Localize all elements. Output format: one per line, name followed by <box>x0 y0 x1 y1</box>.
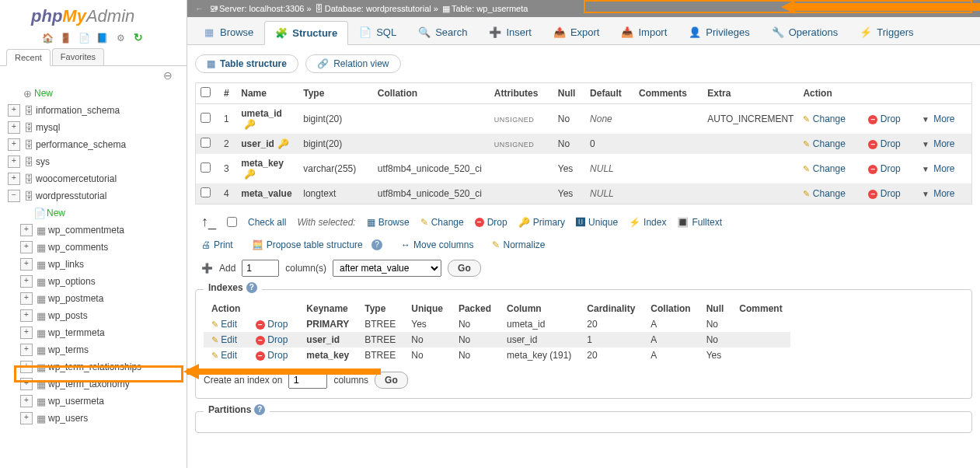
primary-selected[interactable]: 🔑Primary <box>518 217 565 228</box>
tree-new-table[interactable]: 📄 New <box>8 204 187 222</box>
drop-link[interactable]: − Drop <box>868 163 900 174</box>
tab-sql[interactable]: 📄SQL <box>348 20 407 44</box>
table-link[interactable]: wp_usermeta <box>476 4 528 13</box>
settings-icon[interactable] <box>114 33 127 45</box>
tab-insert[interactable]: ➕Insert <box>478 20 542 44</box>
print-link[interactable]: 🖨Print <box>201 239 233 250</box>
expand-icon[interactable]: + <box>8 121 20 134</box>
expand-icon[interactable]: + <box>8 173 20 185</box>
expand-icon[interactable]: + <box>8 104 20 117</box>
drop-index-link[interactable]: − Drop <box>256 350 288 361</box>
tree-table[interactable]: +▦wp_posts <box>8 307 187 324</box>
home-icon[interactable] <box>42 33 54 45</box>
more-link[interactable]: ▼ More <box>922 114 955 124</box>
checkall-checkbox[interactable] <box>227 217 237 227</box>
tree-table[interactable]: +▦wp_terms <box>8 341 187 358</box>
tree-table[interactable]: +▦wp_commentmeta <box>8 222 187 239</box>
tree-db-expanded[interactable]: −🗄wordpresstutorial <box>8 187 187 204</box>
drop-index-link[interactable]: − Drop <box>256 334 288 345</box>
row-checkbox[interactable] <box>201 113 211 123</box>
tree-table[interactable]: +▦wp_termmeta <box>8 324 187 341</box>
drop-link[interactable]: − Drop <box>868 114 900 124</box>
tab-operations[interactable]: 🔧Operations <box>761 20 849 44</box>
collapse-panel-icon[interactable]: ⊖ <box>0 66 187 82</box>
edit-index-link[interactable]: ✎ Edit <box>211 319 237 330</box>
tab-structure[interactable]: 🧩Structure <box>264 21 348 45</box>
drop-link[interactable]: − Drop <box>868 138 900 149</box>
move-columns-link[interactable]: ↔Move columns <box>401 239 473 250</box>
unique-selected[interactable]: 🆄Unique <box>576 217 618 228</box>
db-link[interactable]: wordpresstutorial <box>366 4 431 13</box>
normalize-link[interactable]: ✎Normalize <box>492 239 545 250</box>
add-count-input[interactable] <box>242 260 279 277</box>
expand-icon[interactable]: + <box>20 224 33 236</box>
edit-index-link[interactable]: ✎ Edit <box>211 350 237 361</box>
propose-link[interactable]: 🧮Propose table structure ? <box>252 239 382 250</box>
browse-selected[interactable]: ▦Browse <box>367 217 410 228</box>
edit-index-link[interactable]: ✎ Edit <box>211 334 237 345</box>
favorites-tab[interactable]: Favorites <box>52 48 104 65</box>
expand-icon[interactable]: + <box>20 309 33 322</box>
row-checkbox[interactable] <box>201 138 211 148</box>
row-checkbox[interactable] <box>201 162 211 173</box>
more-link[interactable]: ▼ More <box>922 138 955 149</box>
tree-table[interactable]: +▦wp_postmeta <box>8 290 187 307</box>
subtab-relation-view[interactable]: 🔗Relation view <box>305 54 400 73</box>
tree-table[interactable]: +▦wp_term_taxonomy <box>8 375 187 393</box>
drop-index-link[interactable]: − Drop <box>256 319 288 330</box>
change-link[interactable]: ✎ Change <box>803 138 845 149</box>
expand-icon[interactable]: + <box>20 395 33 407</box>
logout-icon[interactable] <box>60 33 72 45</box>
tree-db[interactable]: +🗄woocomercetutorial <box>8 170 187 187</box>
tree-table[interactable]: +▦wp_links <box>8 256 187 273</box>
add-position-select[interactable]: after meta_value <box>333 260 441 277</box>
expand-icon[interactable]: + <box>20 292 33 305</box>
tree-new[interactable]: ⊕ New <box>8 85 187 102</box>
change-selected[interactable]: ✎Change <box>420 217 464 228</box>
tree-table-selected[interactable]: +▦wp_usermeta <box>8 393 187 410</box>
expand-icon[interactable]: + <box>8 155 20 168</box>
expand-icon[interactable]: + <box>8 138 20 151</box>
expand-icon[interactable]: + <box>20 361 33 373</box>
tree-db[interactable]: +🗄performance_schema <box>8 136 187 153</box>
add-go-button[interactable]: Go <box>448 260 481 277</box>
expand-icon[interactable]: + <box>20 412 33 424</box>
select-all-checkbox[interactable] <box>201 87 211 97</box>
tab-export[interactable]: 📤Export <box>542 20 611 44</box>
expand-icon[interactable]: + <box>20 241 33 253</box>
tree-db[interactable]: +🗄sys <box>8 153 187 170</box>
recent-tab[interactable]: Recent <box>6 49 51 66</box>
help-icon[interactable]: ? <box>371 239 382 250</box>
subtab-table-structure[interactable]: ▦Table structure <box>195 54 298 73</box>
collapse-icon[interactable]: − <box>8 190 20 202</box>
help-icon[interactable]: ? <box>254 404 265 415</box>
tree-db[interactable]: +🗄information_schema <box>8 102 187 119</box>
checkall-link[interactable]: Check all <box>248 217 286 228</box>
change-link[interactable]: ✎ Change <box>803 163 845 174</box>
drop-selected[interactable]: −Drop <box>475 217 507 228</box>
change-link[interactable]: ✎ Change <box>803 188 845 199</box>
expand-icon[interactable]: + <box>20 258 33 271</box>
help-icon[interactable]: ? <box>246 282 257 293</box>
tree-table[interactable]: +▦wp_comments <box>8 239 187 256</box>
more-link[interactable]: ▼ More <box>922 163 955 174</box>
more-link[interactable]: ▼ More <box>922 188 955 199</box>
expand-icon[interactable]: + <box>20 327 33 339</box>
expand-icon[interactable]: + <box>20 275 33 288</box>
tab-search[interactable]: 🔍Search <box>407 20 478 44</box>
back-icon[interactable]: ← <box>195 4 204 13</box>
expand-icon[interactable]: + <box>20 378 33 390</box>
expand-icon[interactable]: + <box>20 344 33 356</box>
index-selected[interactable]: ⚡Index <box>629 217 666 228</box>
tree-db[interactable]: +🗄mysql <box>8 119 187 136</box>
tree-table[interactable]: +▦wp_users <box>8 410 187 427</box>
change-link[interactable]: ✎ Change <box>803 114 845 124</box>
tab-import[interactable]: 📥Import <box>610 20 678 44</box>
drop-link[interactable]: − Drop <box>868 188 900 199</box>
query-window-icon[interactable] <box>78 33 90 45</box>
tab-browse[interactable]: ▦Browse <box>192 20 264 44</box>
tab-privileges[interactable]: 👤Privileges <box>678 20 760 44</box>
logo[interactable]: phpMyAdmin <box>0 0 187 28</box>
tree-table[interactable]: +▦wp_term_relationships <box>8 358 187 375</box>
tab-triggers[interactable]: ⚡Triggers <box>849 20 924 44</box>
